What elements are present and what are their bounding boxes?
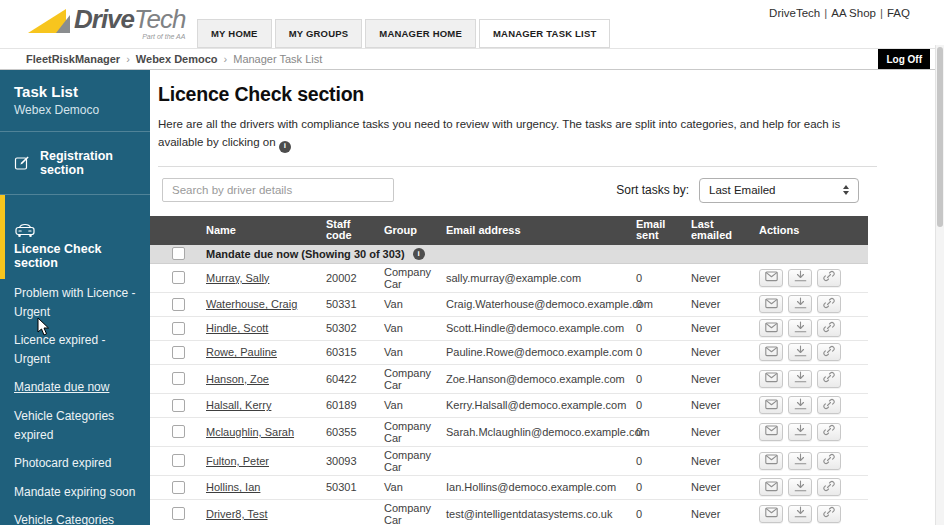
envelope-icon <box>765 506 778 521</box>
driver-name-link[interactable]: Driver8, Test <box>206 508 268 520</box>
driver-name-link[interactable]: Hindle, Scott <box>206 322 268 334</box>
send-email-button[interactable] <box>759 370 783 388</box>
select-all-checkbox[interactable] <box>172 247 185 260</box>
download-button[interactable] <box>788 423 812 441</box>
sidebar-sub-item[interactable]: Vehicle Categories expiring soon <box>14 511 142 525</box>
driver-name-link[interactable]: Halsall, Kerry <box>206 399 271 411</box>
sidebar-sub-item[interactable]: Mandate expiring soon <box>14 483 142 502</box>
driver-name-link[interactable]: Murray, Sally <box>206 272 269 284</box>
info-icon[interactable]: i <box>413 248 425 260</box>
row-checkbox[interactable] <box>172 322 185 335</box>
link-icon <box>823 424 835 439</box>
link-aa-shop[interactable]: AA Shop <box>831 7 876 19</box>
main-panel: Licence Check section Here are all the d… <box>150 70 944 525</box>
nav-tab[interactable]: MY GROUPS <box>275 19 363 48</box>
link-button[interactable] <box>817 505 841 523</box>
vertical-scrollbar[interactable] <box>935 45 944 525</box>
staff-code-cell: 50302 <box>326 322 384 334</box>
scrollbar-thumb[interactable] <box>937 47 943 227</box>
download-button[interactable] <box>788 452 812 470</box>
sidebar-sub-item[interactable]: Vehicle Categories expired <box>14 407 142 444</box>
nav-tab[interactable]: MANAGER HOME <box>365 19 476 48</box>
row-checkbox[interactable] <box>172 298 185 311</box>
row-checkbox[interactable] <box>172 454 185 467</box>
link-button[interactable] <box>817 343 841 361</box>
link-button[interactable] <box>817 370 841 388</box>
row-checkbox[interactable] <box>172 346 185 359</box>
row-checkbox[interactable] <box>172 507 185 520</box>
breadcrumb-webex-democo[interactable]: Webex Democo <box>136 53 218 65</box>
send-email-button[interactable] <box>759 396 783 414</box>
send-email-button[interactable] <box>759 269 783 287</box>
send-email-button[interactable] <box>759 452 783 470</box>
link-drivetech[interactable]: DriveTech <box>769 7 820 19</box>
send-email-button[interactable] <box>759 319 783 337</box>
download-icon <box>794 270 807 285</box>
driver-name-link[interactable]: Hanson, Zoe <box>206 373 269 385</box>
driver-name-link[interactable]: Rowe, Pauline <box>206 346 277 358</box>
table-row: Waterhouse, Craig 50331 Van Craig.Waterh… <box>150 293 868 317</box>
divider <box>158 166 877 167</box>
send-email-button[interactable] <box>759 295 783 313</box>
download-button[interactable] <box>788 370 812 388</box>
column-name: Name <box>206 225 326 237</box>
link-button[interactable] <box>817 452 841 470</box>
link-button[interactable] <box>817 269 841 287</box>
breadcrumb-fleetriskmanager[interactable]: FleetRiskManager <box>26 53 120 65</box>
link-button[interactable] <box>817 478 841 496</box>
search-input[interactable] <box>162 178 394 202</box>
sidebar-item-licence-check-section[interactable]: Licence Check section <box>0 195 150 279</box>
link-faq[interactable]: FAQ <box>887 7 910 19</box>
row-checkbox[interactable] <box>172 372 185 385</box>
download-button[interactable] <box>788 478 812 496</box>
staff-code-cell: 60189 <box>326 399 384 411</box>
car-icon <box>14 223 136 238</box>
send-email-button[interactable] <box>759 343 783 361</box>
download-icon <box>794 321 807 336</box>
info-icon[interactable]: i <box>279 141 291 153</box>
sort-select[interactable]: Last Emailed <box>699 178 859 203</box>
sidebar-sub-item[interactable]: Photocard expired <box>14 454 142 473</box>
log-off-button[interactable]: Log Off <box>878 49 930 69</box>
sidebar-item-registration-section[interactable]: Registration section <box>0 132 150 195</box>
top-utility-links: DriveTech|AA Shop|FAQ <box>769 7 910 19</box>
row-checkbox[interactable] <box>172 399 185 412</box>
download-icon <box>794 453 807 468</box>
email-sent-cell: 0 <box>636 508 691 520</box>
row-checkbox[interactable] <box>172 271 185 284</box>
manager-task-list-page: DriveTech Part of the AA MY HOME MY GROU… <box>0 0 944 525</box>
send-email-button[interactable] <box>759 505 783 523</box>
group-header-label: Mandate due now (Showing 30 of 303) <box>206 248 405 260</box>
download-button[interactable] <box>788 295 812 313</box>
row-checkbox[interactable] <box>172 481 185 494</box>
sidebar-sub-item[interactable]: Problem with Licence - Urgent <box>14 284 142 321</box>
nav-tab[interactable]: MANAGER TASK LIST <box>479 19 611 48</box>
download-button[interactable] <box>788 396 812 414</box>
drivetech-logo[interactable]: DriveTech Part of the AA <box>26 6 185 40</box>
nav-tab[interactable]: MY HOME <box>197 19 272 48</box>
breadcrumb-separator: › <box>126 53 130 65</box>
driver-name-link[interactable]: Waterhouse, Craig <box>206 298 297 310</box>
email-cell: Sarah.Mclaughlin@democo.example.com <box>446 426 636 438</box>
row-checkbox[interactable] <box>172 425 185 438</box>
sidebar-sub-items: Problem with Licence - Urgent Licence ex… <box>0 284 150 525</box>
edit-icon <box>14 155 30 171</box>
group-cell: Company Car <box>384 266 446 290</box>
email-cell: Scott.Hindle@democo.example.com <box>446 322 636 334</box>
download-button[interactable] <box>788 269 812 287</box>
link-button[interactable] <box>817 295 841 313</box>
download-button[interactable] <box>788 343 812 361</box>
driver-name-link[interactable]: Hollins, Ian <box>206 481 260 493</box>
link-button[interactable] <box>817 396 841 414</box>
group-cell: Company Car <box>384 502 446 525</box>
driver-name-link[interactable]: Mclaughlin, Sarah <box>206 426 294 438</box>
download-button[interactable] <box>788 505 812 523</box>
download-button[interactable] <box>788 319 812 337</box>
sidebar-sub-item[interactable]: Mandate due now <box>14 378 142 397</box>
send-email-button[interactable] <box>759 478 783 496</box>
link-button[interactable] <box>817 423 841 441</box>
send-email-button[interactable] <box>759 423 783 441</box>
sidebar-sub-item[interactable]: Licence expired - Urgent <box>14 331 142 368</box>
driver-name-link[interactable]: Fulton, Peter <box>206 455 269 467</box>
link-button[interactable] <box>817 319 841 337</box>
